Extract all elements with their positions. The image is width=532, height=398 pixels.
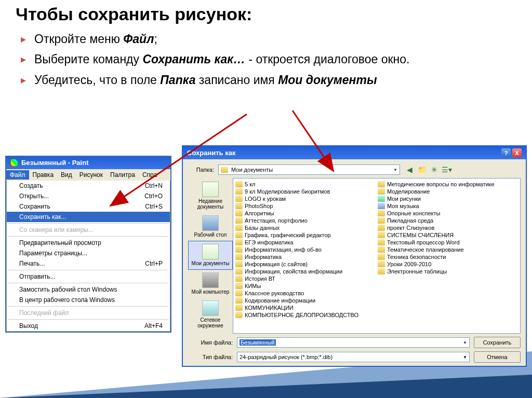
list-item[interactable]: Тематическое планирование	[377, 246, 519, 253]
list-item[interactable]: КОМПЬЮТЕРНОЕ ДЕЛОПРОИЗВОДСТВО	[234, 311, 377, 319]
list-item[interactable]: СИСТЕМЫ СЧИСЛЕНИЯ	[377, 231, 519, 239]
menu-item[interactable]: Предварительный просмотр	[7, 238, 170, 248]
close-button[interactable]: X	[512, 148, 522, 157]
menu-file[interactable]: Файл	[6, 170, 29, 180]
list-item[interactable]: История ВТ	[234, 275, 377, 282]
folder-icon	[378, 232, 385, 238]
menu-image[interactable]: Рисунок	[76, 170, 107, 180]
filetype-label: Тип файла:	[188, 354, 233, 360]
file-list[interactable]: 5 кл9 кл Моделирование биоритмовLOGO к у…	[233, 178, 521, 334]
folder-icon	[378, 188, 385, 195]
menu-item[interactable]: Открыть...Ctrl+O	[7, 191, 170, 201]
back-icon[interactable]: ◀	[404, 164, 415, 175]
list-item[interactable]: Алгоритмы	[234, 210, 377, 217]
menu-item[interactable]: Печать...Ctrl+P	[7, 258, 170, 269]
menu-item[interactable]: В центр рабочего стола Windows	[7, 295, 170, 305]
menu-item[interactable]: Параметры страницы...	[7, 248, 170, 258]
folder-icon	[378, 217, 385, 224]
places-item[interactable]: Сетевое окружение	[188, 298, 233, 332]
folder-icon	[235, 276, 243, 282]
desk-icon	[202, 215, 219, 231]
list-item[interactable]: Информатизация, инф об-во	[234, 246, 377, 253]
filename-label: Имя файла:	[188, 339, 233, 346]
filename-field[interactable]: Безымянный ▼	[237, 337, 470, 348]
doc-icon	[202, 182, 219, 197]
list-item[interactable]: Классное руководство	[234, 290, 377, 297]
menu-help[interactable]: Спра	[139, 170, 161, 180]
menu-item[interactable]: СохранитьCtrl+S	[7, 201, 170, 212]
folder-icon	[235, 312, 243, 318]
list-item[interactable]: PhotoShop	[234, 202, 377, 210]
list-item[interactable]: LOGO к урокам	[234, 195, 377, 202]
list-item[interactable]: 5 кл	[234, 181, 377, 188]
list-item[interactable]: Моя музыка	[377, 202, 519, 210]
list-item[interactable]: Опорные конспекты	[377, 210, 519, 217]
folder-icon	[221, 167, 228, 173]
list-item[interactable]: Кодирование информации	[234, 297, 377, 304]
list-item[interactable]: ЕГЭ информатика	[234, 239, 377, 246]
folder-icon	[235, 210, 243, 216]
folder-icon	[378, 261, 385, 267]
list-item[interactable]: Информация, свойства информации	[234, 268, 377, 275]
list-item[interactable]: Информатика	[234, 253, 377, 260]
save-as-dialog: Сохранить как ? X Папка: Мои документы ▼…	[182, 145, 527, 367]
places-item[interactable]: Мой компьютер	[188, 270, 233, 298]
folder-icon	[235, 203, 243, 209]
list-item[interactable]: Пикладная среда	[377, 217, 519, 224]
folder-icon	[235, 297, 243, 304]
places-item[interactable]: Рабочий стол	[188, 213, 233, 241]
folder-icon	[235, 290, 243, 296]
folder-icon	[235, 239, 243, 245]
list-item[interactable]: Уроки 2009-2010	[377, 260, 519, 268]
folder-selected: Мои документы	[231, 167, 273, 173]
list-item[interactable]: 9 кл Моделирование биоритмов	[234, 188, 377, 195]
bullet-item: Откройте меню Файл;	[21, 31, 516, 48]
list-item[interactable]: КИМы	[234, 282, 377, 290]
folder-icon	[235, 283, 243, 289]
folder-icon	[235, 225, 243, 231]
menu-colors[interactable]: Палитра	[107, 170, 139, 180]
folder-icon	[235, 305, 243, 311]
menu-item[interactable]: ВыходAlt+F4	[7, 321, 170, 331]
list-item[interactable]: проект Слизунков	[377, 224, 519, 231]
menu-edit[interactable]: Правка	[29, 170, 58, 180]
folder-icon	[235, 246, 243, 253]
paint-titlebar: Безымянный - Paint	[6, 157, 170, 169]
folder-icon	[235, 268, 243, 275]
places-item[interactable]: Мои документы	[188, 241, 233, 270]
places-item[interactable]: Недавние документы	[188, 179, 233, 213]
menu-item[interactable]: СоздатьCtrl+N	[7, 181, 170, 191]
new-folder-icon[interactable]: ✳	[429, 164, 440, 175]
places-bar: Недавние документыРабочий столМои докуме…	[188, 178, 233, 334]
list-item[interactable]: Базы данных	[234, 224, 377, 231]
list-item[interactable]: Графика, графический редактор	[234, 231, 377, 239]
menu-item[interactable]: Сохранить как...	[7, 212, 170, 222]
folder-combobox[interactable]: Мои документы ▼	[218, 164, 400, 175]
help-button[interactable]: ?	[501, 148, 511, 157]
folder-icon	[378, 268, 385, 275]
list-item[interactable]: Техника безопасности	[377, 253, 519, 260]
menu-item[interactable]: Отправить...	[7, 271, 170, 282]
list-item[interactable]: Аттестация, портфолио	[234, 217, 377, 224]
bullet-item: Выберите команду Сохранить как… - открое…	[21, 51, 516, 68]
menu-view[interactable]: Вид	[57, 170, 76, 180]
menu-item[interactable]: Замостить рабочий стол Windows	[7, 284, 170, 295]
list-item[interactable]: КОММУНИКАЦИИ	[234, 304, 377, 311]
save-dialog-title: Сохранить как	[187, 149, 235, 157]
list-item[interactable]: Методические вопросы по информатике	[377, 181, 519, 188]
view-icon[interactable]: ☰▾	[442, 164, 452, 175]
list-item[interactable]: Мои рисунки	[377, 195, 519, 202]
filetype-field[interactable]: 24-разрядный рисунок (*.bmp;*.dib) ▼	[237, 352, 470, 362]
folder-icon	[235, 217, 243, 224]
slide-title: Чтобы сохранить рисунок:	[16, 0, 516, 31]
list-item[interactable]: Текстовый процессор Word	[377, 239, 519, 246]
save-button[interactable]: Сохранить	[474, 337, 521, 348]
up-icon[interactable]: 📁	[417, 164, 427, 175]
menu-item: Последний файл	[7, 308, 170, 318]
list-item[interactable]: Информация (с сайтов)	[234, 260, 377, 268]
folder-icon	[235, 181, 243, 187]
pic-icon	[378, 196, 385, 202]
list-item[interactable]: Электронные таблицы	[377, 268, 519, 275]
list-item[interactable]: Моделирование	[377, 188, 519, 195]
cancel-button[interactable]: Отмена	[474, 351, 521, 363]
